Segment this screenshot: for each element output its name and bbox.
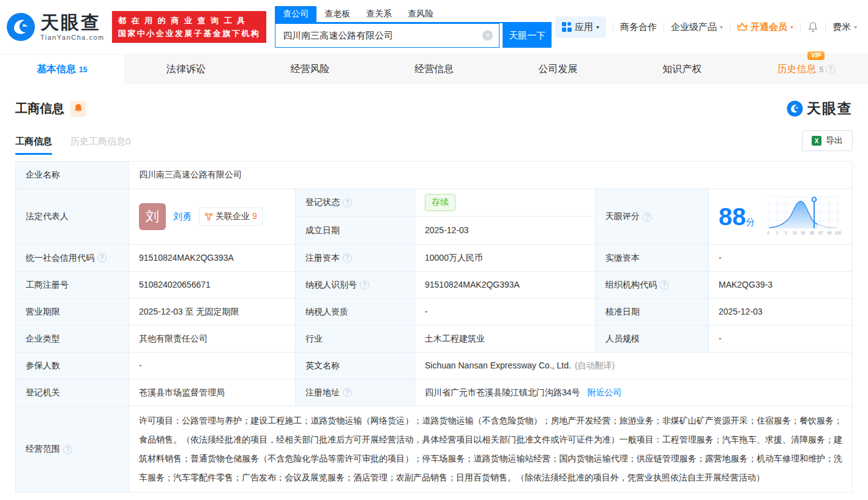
clear-icon[interactable]: ×: [482, 31, 493, 41]
top-nav: 应用 ▾ 商务合作 企业级产品 ▾ 开通会员 ▾ 费米: [555, 17, 857, 38]
field-label-insured-count: 参保人数: [16, 353, 129, 379]
nav-enterprise-products[interactable]: 企业级产品 ▾: [671, 21, 723, 33]
related-companies-badge[interactable]: 关联企业 9: [199, 207, 263, 226]
search-tab-boss[interactable]: 查老板: [316, 6, 358, 22]
reg-capital-label-text: 注册资本: [305, 252, 340, 265]
svg-text:100: 100: [834, 231, 841, 235]
bell-icon: [74, 104, 83, 113]
nav-apps-label: 应用: [575, 21, 593, 33]
search-button[interactable]: 天眼一下: [503, 23, 552, 48]
svg-text:1: 1: [776, 231, 778, 235]
legal-rep-name-link[interactable]: 刘勇: [173, 209, 192, 223]
help-icon[interactable]: ?: [660, 280, 669, 289]
distribution-curve-blue: [769, 201, 837, 228]
chevron-down-icon: ▾: [854, 24, 857, 30]
export-button[interactable]: X 导出: [802, 130, 853, 151]
tyc-score-label-text: 天眼评分: [605, 210, 640, 223]
tab-legal-proceedings[interactable]: 法律诉讼: [124, 54, 249, 84]
tab-business-info[interactable]: 经营信息: [372, 54, 496, 84]
field-label-approval-date: 核准日期: [596, 299, 709, 326]
tab-business-info-label: 经营信息: [414, 63, 454, 76]
promo-line-1: 都 在 用 的 商 业 查 询 工 具: [118, 14, 261, 27]
nav-cooperation[interactable]: 商务合作: [620, 21, 657, 33]
field-value-reg-status: 存续: [415, 189, 596, 217]
help-icon[interactable]: ?: [360, 280, 369, 289]
field-value-reg-number: 510824020656671: [129, 272, 296, 299]
search-tab-company[interactable]: 查公司: [275, 6, 316, 22]
nav-enterprise-label: 企业级产品: [671, 21, 717, 33]
nav-user-menu[interactable]: 费米 ▾: [832, 21, 857, 33]
subtabs-row: 工商信息 历史工商信息0 X 导出: [15, 130, 853, 155]
score-unit: 分: [746, 217, 755, 227]
nearby-companies-link[interactable]: 附近公司: [587, 387, 621, 397]
field-label-company-type: 企业类型: [16, 326, 129, 353]
nav-vip[interactable]: 开通会员 ▾: [737, 21, 793, 33]
field-label-reg-address: 注册地址?: [296, 379, 415, 406]
export-label: 导出: [826, 135, 843, 146]
avatar[interactable]: 刘: [139, 203, 166, 230]
help-icon[interactable]: ?: [826, 65, 835, 74]
subscribe-bell-button[interactable]: [70, 101, 86, 117]
help-icon[interactable]: ?: [643, 212, 652, 222]
field-label-company-name: 企业名称: [16, 162, 129, 189]
section-header: 工商信息 天眼查: [15, 99, 853, 118]
svg-text:3: 3: [784, 231, 787, 235]
crown-icon: [737, 23, 747, 31]
tianyancha-logo[interactable]: 天眼查 TianYanCha.com: [6, 12, 105, 42]
score-marker-dot: [812, 198, 816, 202]
svg-text:99: 99: [827, 231, 832, 235]
field-value-paid-capital: -: [709, 245, 853, 272]
tianyancha-watermark: 天眼查: [787, 99, 853, 118]
svg-text:50: 50: [801, 231, 806, 235]
nav-notifications[interactable]: [807, 21, 818, 32]
table-row: 企业名称 四川南三高速公路有限公司: [16, 162, 853, 189]
tab-operating-risk[interactable]: 经营风险: [248, 54, 372, 84]
field-label-legal-rep: 法定代表人: [16, 189, 129, 245]
field-value-tyc-score: 88分: [709, 189, 853, 245]
tab-company-development[interactable]: 公司发展: [496, 54, 620, 84]
help-icon[interactable]: ?: [343, 198, 352, 207]
table-row: 统一社会信用代码? 91510824MAK2QG393A 注册资本? 10000…: [16, 245, 853, 272]
main-content: 工商信息 天眼查 工商信息 历史工商信息0 X 导出: [0, 99, 868, 493]
table-row: 营业期限 2025-12-03 至 无固定期限 纳税人资质 - 核准日期 202…: [16, 299, 853, 326]
field-value-credit-code: 91510824MAK2QG393A: [129, 245, 296, 272]
tianyancha-logo-icon: [787, 100, 803, 117]
chevron-down-icon: ▾: [790, 24, 793, 30]
help-icon[interactable]: ?: [63, 445, 72, 454]
top-header: 天眼查 TianYanCha.com 都 在 用 的 商 业 查 询 工 具 国…: [0, 0, 868, 54]
tab-operating-risk-label: 经营风险: [290, 63, 329, 76]
field-label-establish-date: 成立日期: [296, 217, 415, 245]
field-value-establish-date: 2025-12-03: [415, 217, 596, 245]
nav-divider: [613, 23, 613, 32]
search-tab-relation[interactable]: 查关系: [358, 6, 400, 22]
search-tabs: 查公司 查老板 查关系 查风险: [275, 6, 552, 23]
search-tab-risk[interactable]: 查风险: [400, 6, 441, 22]
watermark-text: 天眼查: [807, 99, 853, 118]
nav-apps[interactable]: 应用 ▾: [555, 17, 606, 38]
subtab-business-registration[interactable]: 工商信息: [15, 136, 52, 155]
tab-intellectual-property-label: 知识产权: [662, 63, 702, 76]
field-value-taxpayer-qualification: -: [415, 299, 596, 326]
help-icon[interactable]: ?: [343, 253, 352, 263]
help-icon[interactable]: ?: [97, 253, 107, 263]
business-info-table: 企业名称 四川南三高速公路有限公司 法定代表人 刘 刘勇: [15, 161, 853, 493]
credit-code-label-text: 统一社会信用代码: [26, 252, 94, 265]
tab-basic-info[interactable]: 基本信息 15: [0, 54, 124, 84]
search-row: × 天眼一下: [275, 23, 552, 48]
tab-basic-info-label: 基本信息: [37, 63, 76, 76]
nav-username: 费米: [832, 21, 851, 33]
search-input[interactable]: [275, 24, 499, 47]
svg-text:0: 0: [767, 231, 769, 235]
excel-icon: X: [812, 136, 821, 146]
subtab-history-registration[interactable]: 历史工商信息0: [70, 136, 130, 155]
nav-divider: [664, 23, 664, 32]
field-value-industry: 土木工程建筑业: [415, 326, 596, 353]
tab-intellectual-property[interactable]: 知识产权: [620, 54, 744, 84]
company-tab-bar: 基本信息 15 法律诉讼 经营风险 经营信息 公司发展 知识产权 VIP 历史信…: [0, 54, 868, 84]
field-label-industry: 行业: [296, 326, 415, 353]
tab-history-info[interactable]: VIP 历史信息 5 ?: [744, 54, 868, 84]
field-label-paid-capital: 实缴资本: [596, 245, 709, 272]
help-icon[interactable]: ?: [343, 388, 352, 397]
field-value-reg-address: 四川省广元市苍溪县陵江镇北门沟路34号 附近公司: [415, 379, 853, 406]
network-icon: [204, 212, 213, 221]
